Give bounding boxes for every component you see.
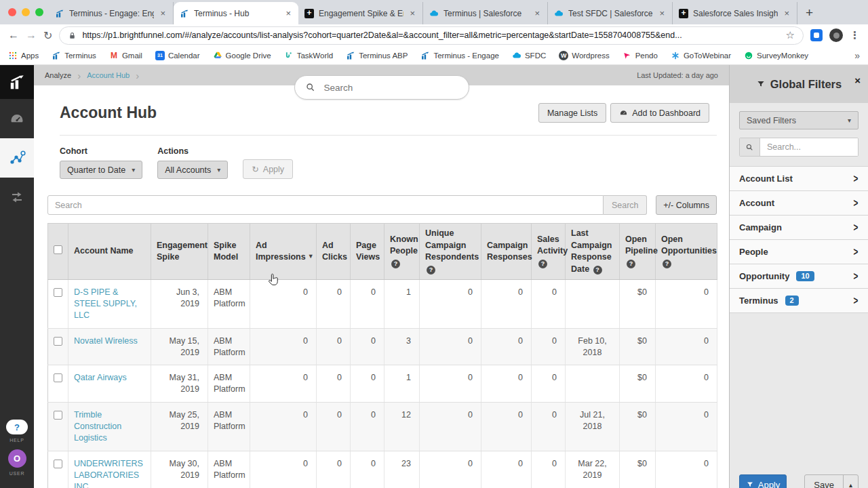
filter-item-campaign[interactable]: Campaign >: [730, 216, 868, 240]
row-checkbox[interactable]: [54, 460, 62, 468]
apply-filters-button[interactable]: Apply: [739, 474, 787, 488]
add-to-dashboard-button[interactable]: Add to Dashboard: [610, 103, 709, 123]
tab-sales-insights[interactable]: + Salesforce Sales Insight ×: [673, 2, 797, 24]
help-icon[interactable]: ?: [593, 266, 602, 274]
bookmark-terminus-engage[interactable]: Terminus - Engage: [420, 51, 499, 60]
tab-terminus-hub[interactable]: Terminus - Hub ×: [174, 2, 298, 24]
account-link[interactable]: Trimble Construction Logistics: [74, 410, 121, 443]
col-engagement-spike[interactable]: Engagement Spike: [151, 224, 208, 280]
global-search[interactable]: [294, 75, 469, 100]
bookmark-gmail[interactable]: M Gmail: [109, 51, 142, 60]
reload-icon[interactable]: ↻: [43, 29, 52, 42]
tab-terminus-salesforce[interactable]: Terminus | Salesforce ×: [423, 2, 548, 24]
bookmark-calendar[interactable]: 31 Calendar: [155, 51, 200, 60]
help-icon[interactable]: ?: [391, 260, 400, 268]
close-tab-icon[interactable]: ×: [408, 8, 416, 18]
bookmark-surveymonkey[interactable]: SurveyMonkey: [744, 51, 808, 60]
col-known-people[interactable]: Known People ?: [384, 224, 420, 280]
sidebar-item-analyze[interactable]: [0, 138, 34, 178]
bookmarks-overflow-icon[interactable]: »: [854, 50, 860, 61]
close-tab-icon[interactable]: ×: [159, 8, 167, 18]
close-icon[interactable]: ×: [854, 75, 861, 86]
browser-menu-icon[interactable]: ⋮: [850, 29, 860, 41]
filter-item-opportunity[interactable]: Opportunity 10 >: [730, 264, 868, 289]
actions-dropdown[interactable]: All Accounts ▾: [157, 161, 228, 179]
filter-item-people[interactable]: People >: [730, 240, 868, 264]
bookmark-taskworld[interactable]: TaskWorld: [284, 51, 333, 60]
saved-filters-dropdown[interactable]: Saved Filters ▾: [739, 111, 859, 129]
forward-icon[interactable]: →: [26, 29, 37, 41]
sidebar-item-sync[interactable]: [0, 178, 34, 217]
tab-test-sfdc[interactable]: Test SFDC | Salesforce ×: [548, 2, 673, 24]
col-unique-respondents[interactable]: Unique Campaign Respondents ?: [420, 224, 481, 280]
col-spike-model[interactable]: Spike Model: [208, 224, 250, 280]
columns-toggle-button[interactable]: +/- Columns: [656, 195, 717, 215]
col-sales-activity[interactable]: Sales Activity ?: [532, 224, 566, 280]
bookmark-star-icon[interactable]: ☆: [786, 29, 795, 41]
user-avatar[interactable]: O: [8, 449, 26, 468]
apply-actions-button[interactable]: ↻ Apply: [243, 159, 293, 179]
tab-engagement-spike[interactable]: + Engagement Spike & Eng ×: [298, 2, 423, 24]
account-link[interactable]: Novatel Wireless: [74, 336, 138, 346]
col-open-opportunities[interactable]: Open Opportunities ?: [656, 224, 717, 280]
bookmark-terminus[interactable]: Terminus: [52, 51, 96, 60]
close-window-icon[interactable]: [8, 8, 16, 16]
cohort-dropdown[interactable]: Quarter to Date ▾: [60, 161, 142, 179]
close-tab-icon[interactable]: ×: [783, 8, 791, 18]
chevron-up-icon[interactable]: ▴: [843, 475, 858, 488]
new-tab-button[interactable]: +: [797, 5, 823, 24]
account-link[interactable]: D-S PIPE & STEEL SUPPLY, LLC: [74, 287, 137, 320]
filters-search[interactable]: [739, 138, 859, 157]
url-field[interactable]: https://p1.brightfunnel.com/#/analyze/ac…: [59, 26, 804, 45]
help-icon[interactable]: ?: [427, 266, 435, 274]
bookmark-apps[interactable]: Apps: [8, 51, 39, 60]
back-icon[interactable]: ←: [8, 29, 19, 41]
help-icon[interactable]: ?: [663, 260, 671, 268]
close-tab-icon[interactable]: ×: [284, 8, 292, 18]
close-tab-icon[interactable]: ×: [533, 8, 541, 18]
help-button[interactable]: ?: [6, 420, 28, 434]
row-checkbox[interactable]: [54, 411, 62, 420]
terminus-logo[interactable]: [0, 65, 34, 99]
extension-icon[interactable]: [810, 29, 823, 41]
bookmark-gotowebinar[interactable]: GoToWebinar: [671, 51, 731, 60]
help-icon[interactable]: ?: [538, 260, 547, 268]
tab-terminus-engage[interactable]: Terminus - Engage: Enga ×: [49, 2, 174, 24]
select-all-checkbox[interactable]: [54, 245, 62, 254]
row-checkbox[interactable]: [54, 337, 62, 346]
close-tab-icon[interactable]: ×: [658, 8, 666, 18]
col-ad-clicks[interactable]: Ad Clicks: [317, 224, 351, 280]
save-filters-split-button[interactable]: Save ▴: [804, 474, 859, 488]
profile-avatar[interactable]: [829, 28, 843, 42]
bookmark-google-drive[interactable]: Google Drive: [213, 51, 271, 60]
filters-search-input[interactable]: [760, 138, 858, 156]
col-open-pipeline[interactable]: Open Pipeline ?: [620, 224, 656, 280]
save-button[interactable]: Save: [805, 475, 843, 488]
breadcrumb-account-hub[interactable]: Account Hub: [87, 71, 130, 79]
col-page-views[interactable]: Page Views: [351, 224, 384, 280]
breadcrumb-analyze[interactable]: Analyze: [45, 71, 71, 79]
sidebar-item-dashboard[interactable]: [0, 99, 34, 138]
bookmark-pendo[interactable]: Pendo: [623, 51, 658, 60]
account-link[interactable]: Qatar Airways: [74, 373, 127, 382]
filter-item-account[interactable]: Account >: [730, 191, 868, 216]
col-account-name[interactable]: Account Name: [68, 224, 151, 280]
help-icon[interactable]: ?: [627, 260, 635, 268]
row-checkbox[interactable]: [54, 373, 62, 382]
bookmark-terminus-abp[interactable]: Terminus ABP: [346, 51, 408, 60]
filter-item-account-list[interactable]: Account List >: [730, 167, 868, 191]
col-campaign-responses[interactable]: Campaign Responses: [481, 224, 532, 280]
global-search-input[interactable]: [323, 82, 458, 94]
col-ad-impressions[interactable]: Ad Impressions▼: [250, 224, 317, 280]
maximize-window-icon[interactable]: [35, 8, 43, 16]
account-link[interactable]: UNDERWRITERS LABORATORIES INC.: [74, 459, 143, 488]
macos-window-controls[interactable]: [5, 0, 49, 24]
minimize-window-icon[interactable]: [22, 8, 30, 16]
table-search-input[interactable]: [47, 195, 604, 215]
table-search-button[interactable]: Search: [604, 195, 647, 215]
bookmark-wordpress[interactable]: W Wordpress: [559, 51, 609, 60]
manage-lists-button[interactable]: Manage Lists: [538, 103, 606, 123]
row-checkbox[interactable]: [54, 288, 62, 297]
col-last-response-date[interactable]: Last Campaign Response Date ?: [566, 224, 620, 280]
bookmark-sfdc[interactable]: SFDC: [512, 51, 546, 60]
